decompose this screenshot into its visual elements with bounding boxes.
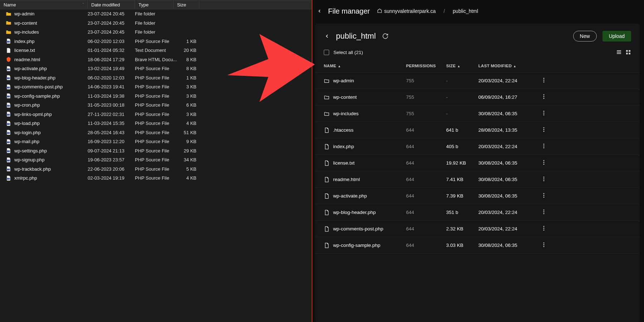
file-date: 23-07-2024 20:45: [88, 20, 135, 26]
file-row[interactable]: readme.html6447.41 KB30/08/2024, 06:35: [315, 171, 640, 188]
explorer-row[interactable]: wp-content23-07-2024 20:45File folder: [0, 19, 312, 28]
file-row[interactable]: .htaccess644641 b28/08/2024, 13:35: [315, 122, 640, 138]
row-menu-icon[interactable]: [539, 209, 548, 215]
explorer-row[interactable]: xmlrpc.php02-03-2024 19:19PHP Source Fil…: [0, 174, 312, 183]
file-permissions: 755: [406, 111, 446, 116]
row-menu-icon[interactable]: [539, 193, 548, 199]
file-permissions: 644: [406, 127, 446, 133]
file-row[interactable]: wp-activate.php6447.39 KB30/08/2024, 06:…: [315, 188, 640, 204]
file-row[interactable]: license.txt64419.92 KB30/08/2024, 06:35: [315, 155, 640, 171]
refresh-icon[interactable]: [382, 33, 389, 39]
file-type: PHP Source File: [135, 102, 178, 108]
explorer-row[interactable]: wp-trackback.php22-06-2023 20:06PHP Sour…: [0, 165, 312, 174]
file-manager-card: public_html New Upload Select all (21) N…: [315, 24, 640, 322]
th-permissions[interactable]: PERMISSIONS: [406, 64, 446, 68]
explorer-row[interactable]: wp-config-sample.php11-03-2024 19:38PHP …: [0, 92, 312, 101]
file-row[interactable]: wp-admin755-20/03/2024, 22:24: [315, 73, 640, 89]
upload-button[interactable]: Upload: [602, 31, 631, 42]
row-menu-icon[interactable]: [539, 127, 548, 133]
explorer-row[interactable]: license.txt01-01-2024 05:32Text Document…: [0, 46, 312, 55]
explorer-row[interactable]: wp-blog-header.php06-02-2020 12:03PHP So…: [0, 73, 312, 83]
svg-rect-2: [6, 78, 10, 79]
file-modified: 06/09/2024, 16:27: [478, 94, 539, 100]
explorer-row[interactable]: wp-comments-post.php14-06-2023 19:41PHP …: [0, 82, 312, 92]
explorer-row[interactable]: wp-activate.php13-02-2024 19:49PHP Sourc…: [0, 64, 312, 73]
svg-point-34: [543, 144, 545, 145]
folder-outline-icon: [324, 94, 330, 100]
row-menu-icon[interactable]: [539, 94, 548, 100]
file-size: 7.39 KB: [446, 193, 478, 199]
explorer-row[interactable]: wp-load.php11-03-2024 15:35PHP Source Fi…: [0, 119, 312, 128]
file-outline-icon: [324, 243, 330, 248]
file-row[interactable]: wp-comments-post.php6442.32 KB20/03/2024…: [315, 221, 640, 237]
row-menu-icon[interactable]: [539, 78, 548, 84]
row-menu-icon[interactable]: [539, 226, 548, 232]
explorer-col-type[interactable]: Type: [135, 0, 174, 9]
svg-rect-7: [6, 123, 10, 125]
file-name: license.txt: [14, 48, 35, 53]
explorer-row[interactable]: wp-mail.php16-09-2023 12:20PHP Source Fi…: [0, 137, 312, 146]
php-file-icon: [6, 157, 11, 163]
explorer-col-date[interactable]: Date modified: [88, 0, 135, 9]
file-row[interactable]: index.php644405 b20/03/2024, 22:24: [315, 138, 640, 155]
th-size[interactable]: SIZE▲: [446, 64, 478, 68]
explorer-row[interactable]: wp-admin23-07-2024 20:45File folder: [0, 9, 312, 19]
file-size: 3 KB: [178, 93, 200, 99]
php-file-icon: [6, 75, 11, 80]
row-menu-icon[interactable]: [539, 143, 548, 150]
select-all-checkbox[interactable]: [324, 50, 329, 55]
explorer-row[interactable]: index.php06-02-2020 12:03PHP Source File…: [0, 37, 312, 46]
svg-point-25: [543, 94, 545, 96]
file-size: 641 b: [446, 127, 478, 133]
file-type: PHP Source File: [135, 121, 178, 126]
grid-view-icon[interactable]: [625, 49, 631, 55]
folder-up-button[interactable]: [324, 33, 330, 39]
folder-outline-icon: [324, 111, 330, 117]
row-menu-icon[interactable]: [539, 242, 548, 248]
file-type: PHP Source File: [135, 166, 178, 172]
breadcrumb-home[interactable]: sunnyvaletrailerpark.ca: [377, 8, 436, 14]
explorer-row[interactable]: readme.html18-06-2024 17:29Brave HTML Do…: [0, 55, 312, 64]
file-size: 19.92 KB: [446, 160, 478, 166]
svg-point-51: [543, 230, 545, 231]
file-modified: 20/03/2024, 22:24: [478, 210, 539, 215]
file-size: -: [446, 94, 478, 100]
row-menu-icon[interactable]: [539, 111, 548, 117]
file-row[interactable]: wp-content755-06/09/2024, 16:27: [315, 89, 640, 106]
explorer-row[interactable]: wp-login.php28-05-2024 16:43PHP Source F…: [0, 128, 312, 137]
breadcrumb-back-button[interactable]: [316, 8, 323, 15]
explorer-col-name[interactable]: Nameˇ: [0, 0, 88, 9]
file-row[interactable]: wp-config-sample.php6443.03 KB30/08/2024…: [315, 237, 640, 254]
file-name: wp-content: [333, 94, 357, 100]
th-modified[interactable]: LAST MODIFIED▲: [478, 64, 539, 68]
svg-point-47: [543, 211, 545, 213]
file-row[interactable]: wp-blog-header.php644351 b20/03/2024, 22…: [315, 204, 640, 221]
file-size: 6 KB: [178, 102, 200, 108]
explorer-col-size[interactable]: Size: [174, 0, 199, 9]
php-file-icon: [6, 38, 11, 44]
explorer-row[interactable]: wp-links-opml.php27-11-2022 02:31PHP Sou…: [0, 110, 312, 119]
svg-point-39: [543, 164, 545, 165]
file-permissions: 644: [406, 243, 446, 248]
file-row[interactable]: wp-includes755-30/08/2024, 06:35: [315, 106, 640, 122]
file-manager-panel: File manager sunnyvaletrailerpark.ca / p…: [312, 0, 644, 322]
row-menu-icon[interactable]: [539, 160, 548, 166]
list-view-icon[interactable]: [616, 49, 622, 55]
file-size: 3 KB: [178, 112, 200, 117]
explorer-row[interactable]: wp-settings.php09-07-2024 21:13PHP Sourc…: [0, 146, 312, 156]
file-size: 8 KB: [178, 57, 200, 62]
explorer-row[interactable]: wp-cron.php31-05-2023 00:18PHP Source Fi…: [0, 101, 312, 110]
php-file-icon: [6, 84, 11, 90]
php-file-icon: [6, 166, 11, 172]
row-menu-icon[interactable]: [539, 176, 548, 182]
svg-rect-17: [617, 53, 621, 54]
svg-rect-16: [617, 52, 621, 53]
file-modified: 28/08/2024, 13:35: [478, 127, 539, 133]
file-name: wp-activate.php: [333, 193, 367, 199]
explorer-row[interactable]: wp-signup.php19-06-2023 23:57PHP Source …: [0, 155, 312, 165]
svg-point-45: [543, 197, 545, 198]
new-button[interactable]: New: [573, 31, 597, 42]
explorer-row[interactable]: wp-includes23-07-2024 20:45File folder: [0, 28, 312, 37]
th-name[interactable]: NAME▲: [324, 64, 406, 68]
svg-rect-1: [6, 68, 10, 70]
